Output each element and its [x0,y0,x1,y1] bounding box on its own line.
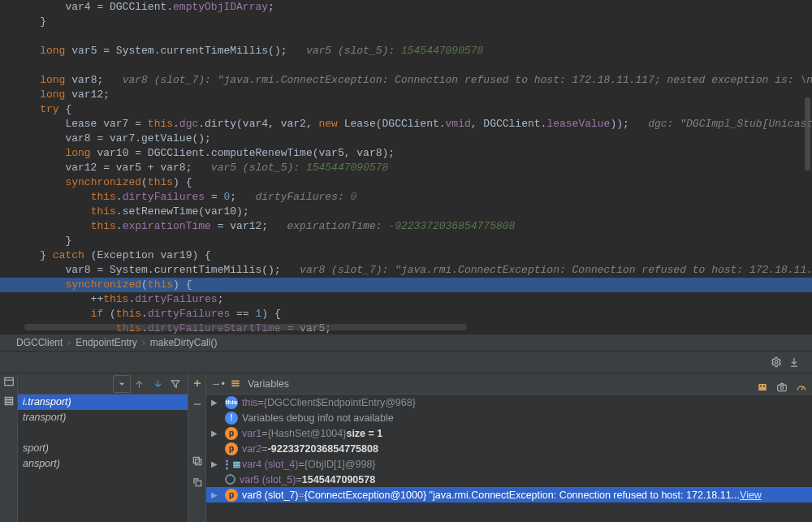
debug-panel: i.transport)transport)sport)ansport) →• [0,373,812,522]
variable-row[interactable]: ▶⋮≣var4 (slot_4) = {ObjID[1]@998} [206,456,812,472]
code-line[interactable]: long var5 = System.currentTimeMillis(); … [15,44,812,58]
svg-rect-3 [5,400,12,402]
code-line[interactable]: this.expirationTime = var12; expirationT… [15,219,812,234]
variable-name: var8 (slot_7) [242,490,298,501]
code-line[interactable]: if (this.dirtyFailures == 1) { [15,307,812,321]
frame-item[interactable]: ansport) [18,456,188,472]
next-frame-button[interactable] [149,375,166,393]
breadcrumb-separator-icon: › [142,337,145,348]
prev-frame-button[interactable] [131,375,149,393]
variable-name: var2 [242,443,261,455]
memory-view-icon[interactable] [755,380,770,395]
code-line[interactable]: long var12; [15,88,812,102]
code-line[interactable]: } [15,15,812,29]
variable-value: {ObjID[1]@998} [304,459,376,470]
variable-name: var1 [242,428,261,439]
camera-icon[interactable] [775,380,789,395]
expand-chevron-icon[interactable]: ▶ [211,398,221,407]
svg-rect-14 [778,385,787,391]
variable-kind-icon: this [225,396,238,409]
debug-toolbar [0,352,812,373]
breadcrumb-item[interactable]: DGCClient [16,337,63,348]
download-icon[interactable] [787,355,801,369]
variables-list[interactable]: ▶thisthis = {DGCClient$EndpointEntry@968… [206,395,812,503]
breadcrumb-item[interactable]: EndpointEntry [76,337,136,348]
svg-rect-4 [5,403,12,404]
frame-item[interactable] [18,425,188,441]
variables-icon [230,377,243,390]
svg-point-15 [780,386,784,390]
variable-kind-icon: ⋮≣ [225,458,238,471]
svg-rect-6 [193,457,199,463]
code-editor[interactable]: var4 = DGCClient.emptyObjIDArray; } long… [0,0,812,334]
variable-kind-icon: p [225,489,238,502]
variable-value: -9223372036854775808 [268,443,378,455]
code-line[interactable]: var4 = DGCClient.emptyObjIDArray; [15,0,812,15]
code-line[interactable]: var8 = var7.getValue(); [15,132,812,146]
code-line[interactable] [15,29,812,44]
code-line[interactable]: synchronized(this) { [0,278,812,292]
frames-panel: i.transport)transport)sport)ansport) [18,373,188,522]
frames-header [18,373,188,395]
thread-dropdown[interactable] [113,375,131,393]
variables-gutter [188,373,206,522]
copy-icon[interactable] [191,455,204,468]
code-line[interactable]: this.dirtyFailures = 0; dirtyFailures: 0 [15,190,812,205]
frame-item[interactable]: transport) [18,410,188,425]
svg-rect-12 [760,386,762,387]
code-line[interactable]: } catch (Exception var19) { [15,248,812,263]
code-line[interactable]: Lease var7 = this.dgc.dirty(var4, var2, … [15,117,812,132]
gauge-icon[interactable] [794,380,809,395]
frames-list[interactable]: i.transport)transport)sport)ansport) [18,395,188,522]
code-line[interactable]: long var8; var8 (slot_7): "java.rmi.Conn… [15,73,812,88]
variable-row[interactable]: pvar2 = -9223372036854775808 [206,441,812,456]
code-line[interactable] [15,58,812,73]
gear-icon[interactable] [769,355,784,369]
stack-icon[interactable] [2,395,15,408]
svg-rect-7 [196,481,201,485]
expand-chevron-icon[interactable]: ▶ [211,459,221,468]
variable-name: this [242,397,257,408]
code-line[interactable]: synchronized(this) { [15,175,812,190]
frame-item[interactable]: sport) [18,441,188,456]
variable-name: var5 (slot_5) [240,474,296,485]
expand-chevron-icon[interactable]: ▶ [211,490,221,499]
variable-row[interactable]: !Variables debug info not available [206,410,812,425]
variable-row[interactable]: ▶pvar1 = {HashSet@1004} size = 1 [206,425,812,441]
svg-rect-1 [4,377,13,385]
duplicate-icon[interactable] [191,476,204,489]
svg-rect-2 [5,397,12,399]
view-link[interactable]: View [740,490,762,501]
variable-value: {ConnectException@1000} "java.rmi.Connec… [304,490,740,501]
editor-horizontal-scrollbar[interactable] [24,324,467,330]
frame-item[interactable]: i.transport) [18,395,188,410]
svg-rect-9 [231,382,239,384]
variable-value: {HashSet@1004} [268,428,347,439]
editor-vertical-scrollbar[interactable] [805,97,810,170]
code-line[interactable]: } [15,234,812,248]
code-line[interactable]: var12 = var5 + var8; var5 (slot_5): 1545… [15,161,812,175]
svg-rect-11 [758,384,766,390]
variable-row[interactable]: ▶thisthis = {DGCClient$EndpointEntry@968… [206,395,812,410]
variable-row[interactable]: ▶pvar8 (slot_7) = {ConnectException@1000… [206,487,812,503]
pin-icon[interactable]: →• [211,378,225,390]
breadcrumb-item[interactable]: makeDirtyCall() [150,337,218,348]
expand-chevron-icon[interactable]: ▶ [211,429,221,438]
filter-frames-button[interactable] [166,375,184,393]
code-line[interactable]: this.setRenewTime(var10); [15,205,812,219]
code-line[interactable]: long var10 = DGCClient.computeRenewTime(… [15,146,812,161]
remove-watch-icon[interactable] [191,398,204,411]
variable-kind-icon: p [225,442,238,455]
add-watch-icon[interactable] [191,377,204,390]
svg-point-0 [775,360,778,364]
code-line[interactable]: var8 = System.currentTimeMillis(); var8 … [15,263,812,278]
variable-row[interactable]: var5 (slot_5) = 1545447090578 [206,472,812,487]
layout-icon[interactable] [2,375,15,388]
svg-rect-5 [195,459,201,465]
svg-rect-10 [231,385,239,386]
variables-title: Variables [248,378,289,390]
code-line[interactable]: try { [15,102,812,117]
svg-rect-13 [763,386,765,387]
svg-rect-8 [231,380,239,382]
code-line[interactable]: ++this.dirtyFailures; [15,292,812,307]
